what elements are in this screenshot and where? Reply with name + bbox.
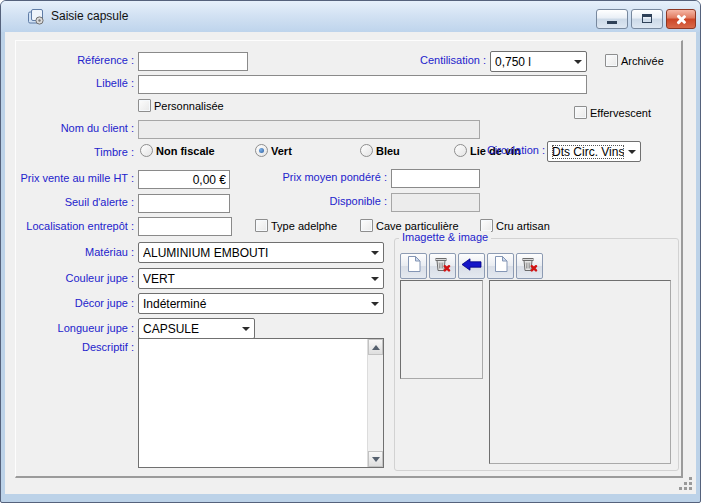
scroll-up-button[interactable] xyxy=(368,339,383,355)
libelle-label: Libellé : xyxy=(16,77,134,89)
centilisation-value: 0,750 l xyxy=(495,55,570,69)
arrow-up-icon xyxy=(372,345,380,350)
imagette-preview-box xyxy=(400,280,483,379)
chevron-down-icon xyxy=(570,52,586,71)
trash-delete-icon xyxy=(521,256,538,276)
delete-image-button[interactable] xyxy=(516,253,543,279)
couleur-jupe-label: Couleur jupe : xyxy=(16,272,134,284)
maximize-icon xyxy=(642,14,652,23)
window-controls xyxy=(596,9,696,29)
archivee-checkbox[interactable] xyxy=(605,54,618,67)
centilisation-label: Centilisation : xyxy=(368,54,486,66)
delete-imagette-button[interactable] xyxy=(429,253,456,279)
prix-vente-label: Prix vente au mille HT : xyxy=(16,172,134,184)
app-icon xyxy=(27,8,45,26)
scroll-down-button[interactable] xyxy=(368,451,383,467)
decor-jupe-label: Décor jupe : xyxy=(16,297,134,309)
dialog-saisie-capsule: Saisie capsule Référence : Centilisation… xyxy=(0,0,701,503)
timbre-radio-bleu[interactable] xyxy=(360,144,373,157)
chevron-down-icon xyxy=(367,294,383,313)
libelle-input[interactable] xyxy=(138,75,587,94)
timbre-radio-non-fiscale-label[interactable]: Non fiscale xyxy=(156,145,215,157)
arrow-down-icon xyxy=(372,457,380,462)
copy-image-to-imagette-button[interactable] xyxy=(458,253,485,279)
timbre-label: Timbre : xyxy=(16,146,134,158)
descriptif-scrollbar[interactable] xyxy=(367,339,383,467)
cave-particuliere-checkbox[interactable] xyxy=(360,219,373,232)
descriptif-label: Descriptif : xyxy=(16,341,134,353)
close-icon xyxy=(676,14,687,25)
new-document-icon xyxy=(494,256,508,276)
imagette-toolbar xyxy=(400,253,543,279)
titlebar[interactable]: Saisie capsule xyxy=(1,1,700,32)
personnalisee-checkbox[interactable] xyxy=(138,99,151,112)
timbre-radio-non-fiscale[interactable] xyxy=(140,144,153,157)
seuil-alerte-label: Seuil d'alerte : xyxy=(16,196,134,208)
effervescent-checkbox[interactable] xyxy=(574,106,587,119)
archivee-checkbox-label[interactable]: Archivée xyxy=(621,55,664,67)
new-imagette-button[interactable] xyxy=(400,253,427,279)
timbre-radio-vert[interactable] xyxy=(255,144,268,157)
longueur-jupe-value: CAPSULE xyxy=(143,322,238,336)
minimize-button[interactable] xyxy=(596,9,628,29)
prix-moyen-pondere-input[interactable] xyxy=(391,169,480,188)
new-document-icon xyxy=(407,256,421,276)
prix-vente-input[interactable] xyxy=(138,170,230,189)
circulation-dropdown[interactable]: Dts Circ. Vins .... xyxy=(547,141,641,162)
type-adelphe-checkbox[interactable] xyxy=(255,219,268,232)
materiau-label: Matériau : xyxy=(16,246,134,258)
timbre-radio-vert-label[interactable]: Vert xyxy=(271,145,292,157)
couleur-jupe-dropdown[interactable]: VERT xyxy=(138,268,384,289)
type-adelphe-checkbox-label[interactable]: Type adelphe xyxy=(271,220,337,232)
close-button[interactable] xyxy=(666,9,696,29)
longueur-jupe-label: Longueur jupe : xyxy=(16,322,134,334)
prix-moyen-pondere-label: Prix moyen pondéré : xyxy=(249,171,387,183)
descriptif-textarea[interactable] xyxy=(138,338,384,468)
longueur-jupe-dropdown[interactable]: CAPSULE xyxy=(138,318,255,339)
personnalisee-checkbox-label[interactable]: Personnalisée xyxy=(154,100,224,112)
timbre-radio-bleu-label[interactable]: Bleu xyxy=(376,145,400,157)
seuil-alerte-input[interactable] xyxy=(138,194,230,213)
materiau-dropdown[interactable]: ALUMINIUM EMBOUTI xyxy=(138,242,384,263)
reference-label: Référence : xyxy=(16,54,134,66)
reference-input[interactable] xyxy=(138,52,248,71)
client-area: Référence : Centilisation : 0,750 l Arch… xyxy=(5,32,696,494)
cru-artisan-checkbox-label[interactable]: Cru artisan xyxy=(496,220,550,232)
imagette-image-group: Imagette & image xyxy=(394,238,679,471)
image-preview-box xyxy=(489,280,671,464)
effervescent-checkbox-label[interactable]: Effervescent xyxy=(590,107,651,119)
nom-du-client-input xyxy=(138,120,480,139)
chevron-down-icon xyxy=(238,319,254,338)
resize-grip[interactable] xyxy=(689,487,692,490)
chevron-down-icon xyxy=(367,243,383,262)
minimize-icon xyxy=(607,21,617,24)
centilisation-dropdown[interactable]: 0,750 l xyxy=(490,51,587,72)
form-panel: Référence : Centilisation : 0,750 l Arch… xyxy=(15,40,683,478)
window-title: Saisie capsule xyxy=(51,9,128,23)
materiau-value: ALUMINIUM EMBOUTI xyxy=(143,246,367,260)
nom-du-client-label: Nom du client : xyxy=(16,122,134,134)
disponible-input xyxy=(391,193,480,212)
localisation-entrepot-input[interactable] xyxy=(138,217,232,236)
new-image-button[interactable] xyxy=(487,253,514,279)
decor-jupe-dropdown[interactable]: Indéterminé xyxy=(138,293,384,314)
localisation-entrepot-label: Localisation entrepôt : xyxy=(16,220,134,232)
couleur-jupe-value: VERT xyxy=(143,272,367,286)
circulation-value: Dts Circ. Vins .... xyxy=(552,145,624,159)
decor-jupe-value: Indéterminé xyxy=(143,297,367,311)
disponible-label: Disponible : xyxy=(249,195,387,207)
circulation-label: Circulation : xyxy=(427,144,545,156)
maximize-button[interactable] xyxy=(631,9,663,29)
chevron-down-icon xyxy=(367,269,383,288)
imagette-image-group-title: Imagette & image xyxy=(399,231,491,243)
chevron-down-icon xyxy=(624,142,640,161)
arrow-left-icon xyxy=(461,257,482,275)
trash-delete-icon xyxy=(434,256,451,276)
